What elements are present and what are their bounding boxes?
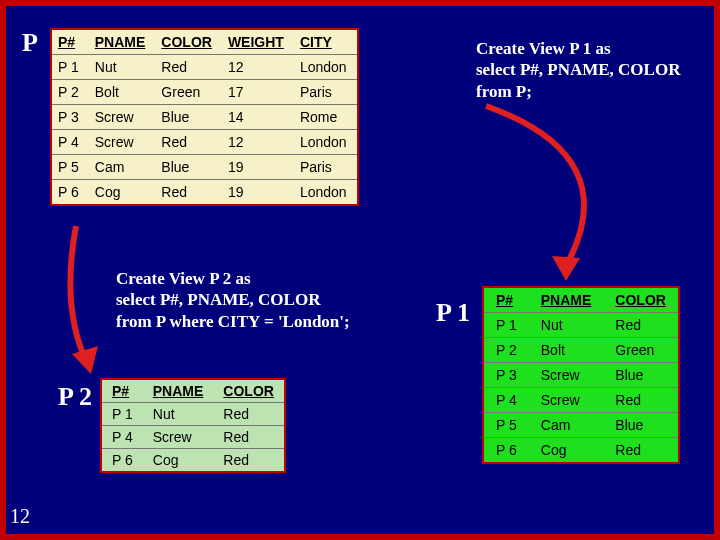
table-cell: 19 — [222, 180, 294, 206]
table-row: P 3ScrewBlue14Rome — [51, 105, 358, 130]
sql-view-p2: Create View P 2 as select P#, PNAME, COL… — [116, 268, 426, 332]
table-cell: Paris — [294, 155, 358, 180]
table-label-p1: P 1 — [436, 298, 470, 328]
table-cell: 17 — [222, 80, 294, 105]
table-header-row: P# PNAME COLOR — [101, 379, 285, 403]
table-row: P 6CogRed — [483, 438, 679, 464]
table-cell: Red — [603, 438, 679, 464]
col-header: PNAME — [89, 29, 156, 55]
table-cell: Red — [155, 130, 222, 155]
table-cell: 14 — [222, 105, 294, 130]
table-cell: Green — [155, 80, 222, 105]
table-cell: P 5 — [51, 155, 89, 180]
col-header: CITY — [294, 29, 358, 55]
sql-line: select P#, PNAME, COLOR — [116, 289, 426, 310]
table-cell: P 3 — [483, 363, 529, 388]
table-cell: Screw — [89, 105, 156, 130]
table-cell: Red — [155, 55, 222, 80]
table-label-p: P — [22, 28, 38, 58]
table-cell: P 1 — [101, 403, 143, 426]
table-cell: Bolt — [529, 338, 604, 363]
sql-line: from P; — [476, 81, 706, 102]
table-row: P 6CogRed19London — [51, 180, 358, 206]
table-cell: Screw — [529, 388, 604, 413]
table-cell: 12 — [222, 130, 294, 155]
sql-line: select P#, PNAME, COLOR — [476, 59, 706, 80]
table-cell: Paris — [294, 80, 358, 105]
col-header: P# — [51, 29, 89, 55]
col-header: PNAME — [529, 287, 604, 313]
table-p: P# PNAME COLOR WEIGHT CITY P 1NutRed12Lo… — [50, 28, 359, 206]
sql-line: Create View P 1 as — [476, 38, 706, 59]
table-cell: P 1 — [51, 55, 89, 80]
table-row: P 5CamBlue19Paris — [51, 155, 358, 180]
arrow-p-to-p1 — [456, 106, 656, 286]
table-cell: London — [294, 180, 358, 206]
table-cell: Cog — [143, 449, 214, 473]
table-cell: Red — [213, 403, 285, 426]
table-cell: P 4 — [101, 426, 143, 449]
table-p2: P# PNAME COLOR P 1NutRedP 4ScrewRedP 6Co… — [100, 378, 286, 473]
table-row: P 3ScrewBlue — [483, 363, 679, 388]
table-row: P 1NutRed — [483, 313, 679, 338]
table-p1: P# PNAME COLOR P 1NutRedP 2BoltGreenP 3S… — [482, 286, 680, 464]
table-cell: Red — [213, 426, 285, 449]
table-cell: Screw — [143, 426, 214, 449]
table-cell: Cam — [89, 155, 156, 180]
col-header: WEIGHT — [222, 29, 294, 55]
table-header-row: P# PNAME COLOR WEIGHT CITY — [51, 29, 358, 55]
table-row: P 1NutRed12London — [51, 55, 358, 80]
table-cell: P 2 — [483, 338, 529, 363]
table-cell: Cog — [529, 438, 604, 464]
table-cell: London — [294, 55, 358, 80]
table-cell: Red — [155, 180, 222, 206]
table-cell: Blue — [603, 413, 679, 438]
table-cell: 19 — [222, 155, 294, 180]
table-row: P 5CamBlue — [483, 413, 679, 438]
table-cell: P 3 — [51, 105, 89, 130]
table-label-p2: P 2 — [58, 382, 92, 412]
table-cell: Bolt — [89, 80, 156, 105]
table-cell: P 4 — [51, 130, 89, 155]
table-body: P 1NutRedP 4ScrewRedP 6CogRed — [101, 403, 285, 473]
table-cell: Cog — [89, 180, 156, 206]
table-body: P 1NutRed12LondonP 2BoltGreen17ParisP 3S… — [51, 55, 358, 206]
table-cell: Blue — [603, 363, 679, 388]
table-cell: Nut — [89, 55, 156, 80]
table-row: P 2BoltGreen — [483, 338, 679, 363]
table-row: P 4ScrewRed12London — [51, 130, 358, 155]
table-cell: P 6 — [101, 449, 143, 473]
table-row: P 2BoltGreen17Paris — [51, 80, 358, 105]
table-header-row: P# PNAME COLOR — [483, 287, 679, 313]
table-cell: Nut — [143, 403, 214, 426]
table-cell: Blue — [155, 105, 222, 130]
table-cell: P 1 — [483, 313, 529, 338]
sql-view-p1: Create View P 1 as select P#, PNAME, COL… — [476, 38, 706, 102]
table-row: P 4ScrewRed — [483, 388, 679, 413]
table-cell: P 6 — [483, 438, 529, 464]
table-row: P 4ScrewRed — [101, 426, 285, 449]
table-cell: P 5 — [483, 413, 529, 438]
table-row: P 1NutRed — [101, 403, 285, 426]
svg-marker-1 — [72, 346, 98, 374]
sql-line: Create View P 2 as — [116, 268, 426, 289]
table-cell: 12 — [222, 55, 294, 80]
table-cell: Red — [603, 313, 679, 338]
col-header: COLOR — [603, 287, 679, 313]
table-cell: Blue — [155, 155, 222, 180]
table-cell: Screw — [89, 130, 156, 155]
table-cell: Nut — [529, 313, 604, 338]
table-cell: Cam — [529, 413, 604, 438]
slide-number: 12 — [10, 505, 30, 528]
table-cell: Rome — [294, 105, 358, 130]
slide: P P# PNAME COLOR WEIGHT CITY P 1NutRed12… — [0, 0, 720, 540]
sql-line: from P where CITY = 'London'; — [116, 311, 426, 332]
table-body: P 1NutRedP 2BoltGreenP 3ScrewBlueP 4Scre… — [483, 313, 679, 464]
svg-marker-0 — [552, 256, 580, 281]
table-cell: P 2 — [51, 80, 89, 105]
col-header: PNAME — [143, 379, 214, 403]
table-cell: Red — [603, 388, 679, 413]
col-header: P# — [101, 379, 143, 403]
arrow-p-to-p2 — [56, 226, 156, 376]
table-cell: London — [294, 130, 358, 155]
